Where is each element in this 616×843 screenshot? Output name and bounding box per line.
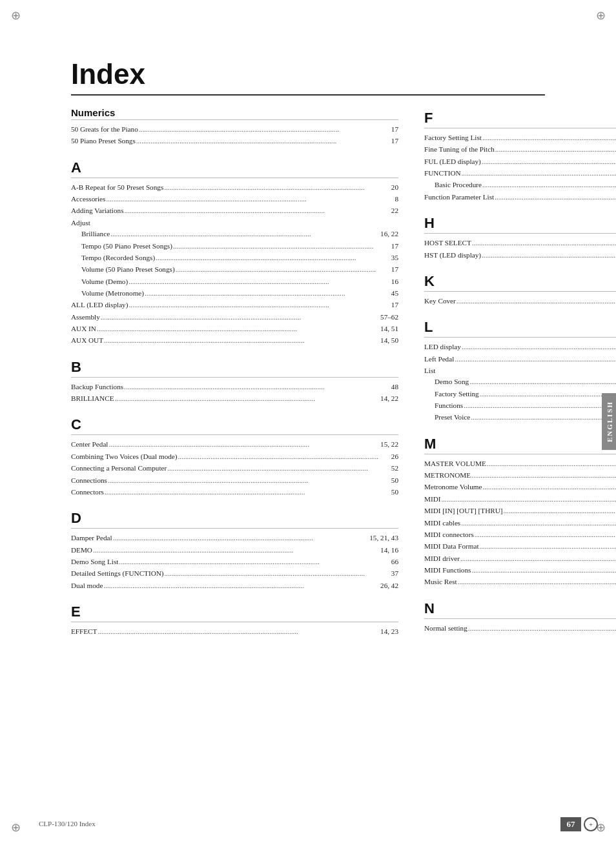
- section-rule: [71, 178, 398, 178]
- list-item: Volume (50 Piano Preset Songs) .........…: [71, 264, 398, 276]
- title-rule: [71, 94, 545, 96]
- page-reference: 14, 16: [379, 545, 398, 556]
- list-item: MIDI driver ............................…: [424, 553, 616, 565]
- list-item: Adding Variations ......................…: [71, 205, 398, 217]
- section-rule: [424, 337, 616, 338]
- index-section: LLED display ...........................…: [424, 319, 616, 424]
- list-item: Connecting a Personal Computer..........…: [71, 463, 398, 474]
- list-item: BRILLIANCE..............................…: [71, 393, 398, 405]
- list-item: Left Pedal..............................…: [424, 354, 616, 365]
- page-reference: 57–62: [379, 312, 398, 323]
- list-item: Functions ..............................…: [424, 400, 616, 412]
- page-reference: 45: [379, 288, 398, 299]
- list-item: Connections.............................…: [71, 475, 398, 487]
- page-number: 67: [560, 817, 581, 831]
- list-item: List: [424, 365, 616, 376]
- right-column: FFactory Setting List ..................…: [424, 107, 616, 649]
- section-rule: [71, 622, 398, 622]
- page-reference: 14, 51: [379, 323, 398, 334]
- list-item: Factory Setting List ...................…: [424, 132, 616, 144]
- section-heading: N: [424, 600, 616, 617]
- page-reference: 48: [379, 381, 398, 392]
- list-item: HOST SELECT.............................…: [424, 238, 616, 249]
- index-section: NNormal setting ........................…: [424, 600, 616, 635]
- list-item: MIDI Functions .........................…: [424, 565, 616, 576]
- section-heading: B: [71, 359, 398, 376]
- list-item: Demo Song...............................…: [424, 376, 616, 388]
- page-reference: 17: [379, 124, 398, 135]
- list-item: Assembly................................…: [71, 312, 398, 323]
- list-item: Demo Song List .........................…: [71, 556, 398, 568]
- page-reference: 14, 50: [379, 335, 398, 346]
- list-item: DEMO....................................…: [71, 545, 398, 556]
- section-rule: [71, 377, 398, 378]
- list-item: Detailed Settings (FUNCTION)............…: [71, 568, 398, 580]
- page-reference: 50: [379, 487, 398, 498]
- page-reference: 26, 42: [379, 580, 398, 591]
- section-heading: L: [424, 319, 616, 336]
- section-rule: [71, 434, 398, 435]
- list-item: Normal setting .........................…: [424, 623, 616, 635]
- list-item: MASTER VOLUME...........................…: [424, 458, 616, 470]
- list-item: Accessories.............................…: [71, 194, 398, 205]
- list-item: Dual mode ..............................…: [71, 580, 398, 592]
- index-section: EEFFECT.................................…: [71, 604, 398, 638]
- section-rule: [424, 454, 616, 454]
- side-tab: ENGLISH: [602, 393, 616, 450]
- index-columns: Numerics50 Greats for the Piano ........…: [71, 107, 545, 649]
- list-item: Brilliance..............................…: [71, 229, 398, 240]
- list-item: MIDI cables ............................…: [424, 518, 616, 529]
- page-reference: 17: [379, 136, 398, 147]
- page-reference: 50: [379, 475, 398, 486]
- section-heading: D: [71, 510, 398, 527]
- page-reference: 14, 22: [379, 393, 398, 404]
- section-rule: [424, 128, 616, 128]
- section-heading: C: [71, 416, 398, 433]
- list-item: MIDI ...................................…: [424, 494, 616, 505]
- list-item: Metronome Volume .......................…: [424, 482, 616, 493]
- index-section: MMASTER VOLUME..........................…: [424, 436, 616, 589]
- page-reference: 22: [379, 205, 398, 216]
- section-heading: A: [71, 159, 398, 176]
- page-number-area: 67 +: [557, 817, 598, 831]
- corner-mark-tr: ⊕: [591, 6, 610, 25]
- index-section: FFactory Setting List ..................…: [424, 110, 616, 203]
- page: ⊕ ⊕ ⊕ ⊕ ENGLISH Index Numerics50 Greats …: [0, 0, 616, 843]
- index-section: Numerics50 Greats for the Piano ........…: [71, 107, 398, 148]
- page-reference: 37: [379, 568, 398, 579]
- list-item: 50 Piano Preset Songs ..................…: [71, 136, 398, 147]
- page-reference: 17: [379, 241, 398, 252]
- section-rule: [424, 618, 616, 619]
- list-item: LED display ............................…: [424, 341, 616, 353]
- list-item: Factory Setting.........................…: [424, 389, 616, 400]
- page-reference: 17: [379, 264, 398, 275]
- list-item: A-B Repeat for 50 Preset Songs .........…: [71, 182, 398, 194]
- footer-label: CLP-130/120 Index: [39, 820, 96, 828]
- list-item: Connectors .............................…: [71, 487, 398, 498]
- list-item: Volume (Metronome) .....................…: [71, 288, 398, 300]
- page-reference: 20: [379, 182, 398, 193]
- page-reference: 14, 23: [379, 626, 398, 637]
- corner-mark-bl: ⊕: [6, 818, 25, 837]
- list-item: Tempo (Recorded Songs) .................…: [71, 252, 398, 264]
- list-item: Function Parameter List.................…: [424, 192, 616, 203]
- index-section: CCenter Pedal ..........................…: [71, 416, 398, 498]
- index-section: DDamper Pedal...........................…: [71, 510, 398, 592]
- list-item: Damper Pedal............................…: [71, 533, 398, 544]
- list-item: Adjust: [71, 218, 398, 229]
- list-item: Combining Two Voices (Dual mode)........…: [71, 451, 398, 463]
- section-rule: [71, 119, 398, 120]
- section-heading: Numerics: [71, 107, 398, 118]
- page-reference: 52: [379, 463, 398, 474]
- list-item: Key Cover ..............................…: [424, 296, 616, 307]
- section-heading: K: [424, 273, 616, 290]
- section-heading: E: [71, 604, 398, 620]
- page-circle: +: [584, 817, 598, 831]
- list-item: EFFECT..................................…: [71, 626, 398, 638]
- corner-mark-tl: ⊕: [6, 6, 25, 25]
- list-item: MIDI Data Format........................…: [424, 541, 616, 553]
- section-heading: H: [424, 215, 616, 232]
- page-reference: 15, 22: [379, 439, 398, 450]
- list-item: Volume (Demo) ..........................…: [71, 276, 398, 288]
- page-reference: 16, 22: [379, 229, 398, 239]
